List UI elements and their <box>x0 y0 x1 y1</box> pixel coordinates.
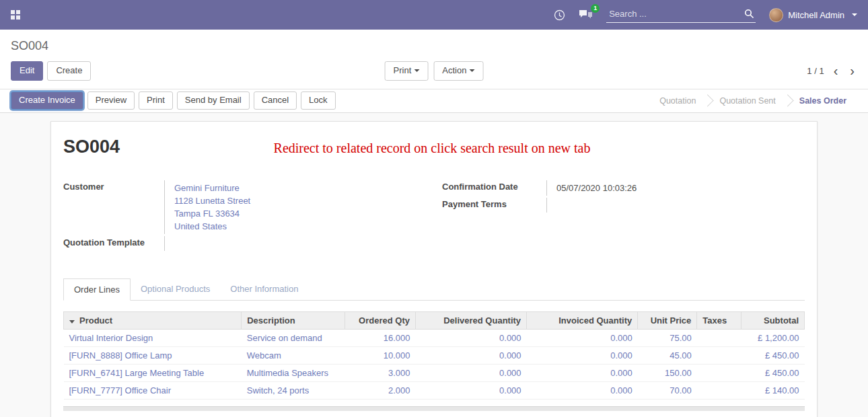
tab-other-information[interactable]: Other Information <box>220 278 308 300</box>
chevron-down-icon <box>469 69 474 72</box>
create-invoice-button[interactable]: Create Invoice <box>11 91 83 110</box>
pager-value: 1 / 1 <box>807 66 824 76</box>
global-search <box>606 7 756 23</box>
payment-terms-label: Payment Terms <box>442 198 546 213</box>
cell-subtotal[interactable]: £ 450.00 <box>742 346 805 364</box>
table-footer-strip <box>63 406 805 411</box>
cell-delivered-qty[interactable]: 0.000 <box>415 346 526 364</box>
cell-unit-price[interactable]: 75.00 <box>638 329 697 346</box>
pager-previous-icon[interactable]: ‹ <box>831 64 841 77</box>
column-header-taxes[interactable]: Taxes <box>697 311 742 329</box>
payment-terms-field[interactable] <box>546 198 805 213</box>
cell-description[interactable]: Webcam <box>242 346 345 364</box>
cell-description[interactable]: Switch, 24 ports <box>242 381 345 399</box>
messages-icon[interactable]: 1 <box>579 9 593 20</box>
customer-field[interactable]: Gemini Furniture 1128 Lunetta Street Tam… <box>164 180 426 234</box>
state-quotation-sent[interactable]: Quotation Sent <box>709 96 786 106</box>
pager: 1 / 1 ‹ › <box>807 64 857 77</box>
statusbar: Create Invoice Preview Print Send by Ema… <box>0 89 868 113</box>
search-icon[interactable] <box>744 9 754 19</box>
send-by-email-button[interactable]: Send by Email <box>177 91 250 110</box>
action-menu-label: Action <box>442 65 466 77</box>
column-header-unit-price[interactable]: Unit Price <box>638 311 697 329</box>
state-quotation[interactable]: Quotation <box>649 96 707 106</box>
cell-unit-price[interactable]: 45.00 <box>638 346 697 364</box>
order-line-row[interactable]: Virtual Interior Design Service on deman… <box>64 329 805 346</box>
quotation-template-field[interactable] <box>164 236 426 251</box>
cell-subtotal[interactable]: £ 140.00 <box>742 381 805 399</box>
confirmation-date-label: Confirmation Date <box>442 180 546 196</box>
tab-order-lines[interactable]: Order Lines <box>63 278 131 301</box>
cell-invoiced-qty[interactable]: 0.000 <box>527 381 638 399</box>
top-navbar: 1 Mitchell Admin <box>0 0 868 30</box>
print-menu-button[interactable]: Print <box>385 61 429 81</box>
page-title: SO004 <box>63 137 120 157</box>
breadcrumb[interactable]: SO004 <box>11 39 857 53</box>
cell-invoiced-qty[interactable]: 0.000 <box>527 364 638 381</box>
order-line-row[interactable]: [FURN_7777] Office Chair Switch, 24 port… <box>64 381 805 399</box>
cell-subtotal[interactable]: £ 450.00 <box>742 364 805 381</box>
state-sales-order[interactable]: Sales Order <box>789 96 857 106</box>
apps-menu-icon[interactable] <box>11 10 20 20</box>
user-menu[interactable]: Mitchell Admin <box>769 8 857 22</box>
customer-name-link[interactable]: Gemini Furniture <box>174 182 426 194</box>
annotation-note: Redirect to related record on click sear… <box>274 141 651 156</box>
preview-button[interactable]: Preview <box>87 91 135 110</box>
cell-ordered-qty[interactable]: 16.000 <box>345 329 416 346</box>
column-header-delivered-quantity[interactable]: Delivered Quantity <box>415 311 526 329</box>
pager-next-icon[interactable]: › <box>847 64 857 77</box>
cell-description[interactable]: Service on demand <box>242 329 345 346</box>
sort-descending-icon <box>69 320 75 324</box>
action-menu-button[interactable]: Action <box>433 61 483 81</box>
column-header-description[interactable]: Description <box>242 311 345 329</box>
cell-product[interactable]: [FURN_6741] Large Meeting Table <box>64 364 242 381</box>
edit-button[interactable]: Edit <box>11 61 43 81</box>
tab-optional-products[interactable]: Optional Products <box>131 278 220 300</box>
cell-unit-price[interactable]: 150.00 <box>638 364 697 381</box>
cell-ordered-qty[interactable]: 10.000 <box>345 346 416 364</box>
quotation-template-label: Quotation Template <box>63 236 164 251</box>
cell-description[interactable]: Multimedia Speakers <box>242 364 345 381</box>
chevron-down-icon <box>414 69 419 72</box>
customer-label: Customer <box>63 180 164 234</box>
activities-clock-icon[interactable] <box>554 9 565 21</box>
cell-delivered-qty[interactable]: 0.000 <box>415 329 526 346</box>
notebook: Order Lines Optional Products Other Info… <box>63 278 805 411</box>
messages-count-badge: 1 <box>591 4 600 13</box>
cell-delivered-qty[interactable]: 0.000 <box>415 364 526 381</box>
form-sheet: SO004 Redirect to related record on clic… <box>50 121 818 417</box>
table-header-row: Product Description Ordered Qty Delivere… <box>64 311 805 329</box>
cell-product[interactable]: [FURN_8888] Office Lamp <box>64 346 242 364</box>
column-header-subtotal[interactable]: Subtotal <box>742 311 805 329</box>
status-pipeline: Quotation Quotation Sent Sales Order <box>649 92 857 110</box>
cell-taxes[interactable] <box>697 329 742 346</box>
order-line-row[interactable]: [FURN_8888] Office Lamp Webcam 10.000 0.… <box>64 346 805 364</box>
cell-ordered-qty[interactable]: 2.000 <box>345 381 416 399</box>
column-header-invoiced-quantity[interactable]: Invoiced Quantity <box>527 311 638 329</box>
order-lines-table: Product Description Ordered Qty Delivere… <box>63 311 805 400</box>
search-input[interactable] <box>609 9 744 19</box>
cell-invoiced-qty[interactable]: 0.000 <box>527 329 638 346</box>
create-button[interactable]: Create <box>47 61 91 81</box>
cell-unit-price[interactable]: 70.00 <box>638 381 697 399</box>
cancel-button[interactable]: Cancel <box>254 91 297 110</box>
cell-taxes[interactable] <box>697 346 742 364</box>
column-header-ordered-qty[interactable]: Ordered Qty <box>345 311 416 329</box>
content-area: SO004 Redirect to related record on clic… <box>0 113 868 417</box>
cell-product[interactable]: Virtual Interior Design <box>64 329 242 346</box>
cell-delivered-qty[interactable]: 0.000 <box>415 381 526 399</box>
cell-product[interactable]: [FURN_7777] Office Chair <box>64 381 242 399</box>
customer-street: 1128 Lunetta Street <box>174 194 426 207</box>
cell-taxes[interactable] <box>697 364 742 381</box>
cell-ordered-qty[interactable]: 3.000 <box>345 364 416 381</box>
user-avatar <box>769 8 783 22</box>
cell-taxes[interactable] <box>697 381 742 399</box>
cell-invoiced-qty[interactable]: 0.000 <box>527 346 638 364</box>
chevron-down-icon <box>852 13 857 16</box>
column-header-product[interactable]: Product <box>64 311 242 329</box>
print-button[interactable]: Print <box>139 91 173 110</box>
cell-subtotal[interactable]: £ 1,200.00 <box>742 329 805 346</box>
order-line-row[interactable]: [FURN_6741] Large Meeting Table Multimed… <box>64 364 805 381</box>
customer-city: Tampa FL 33634 <box>174 207 426 220</box>
lock-button[interactable]: Lock <box>301 91 335 110</box>
